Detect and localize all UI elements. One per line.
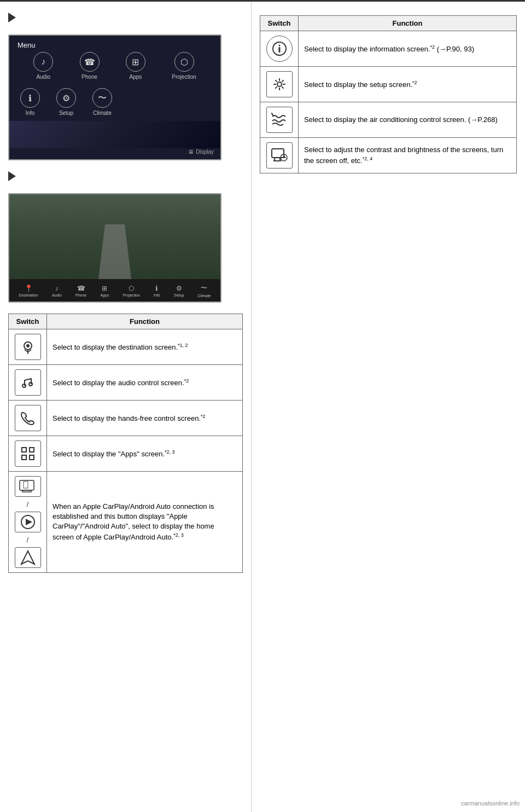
info-icon-svg bbox=[272, 41, 287, 56]
apps-superscript: *2, 3 bbox=[165, 449, 175, 454]
right-table-header-switch: Switch bbox=[260, 16, 299, 31]
setup-function-text: Select to display the setup screen.*2 bbox=[304, 80, 417, 89]
nav-item-destination: 📍 Destination bbox=[19, 285, 38, 297]
info-nav-icon: ℹ bbox=[155, 285, 158, 292]
svg-point-17 bbox=[277, 82, 282, 86]
svg-line-18 bbox=[272, 113, 273, 115]
nav-item-climate: 〜 Climate bbox=[198, 283, 211, 298]
nav-road-graphic bbox=[98, 224, 131, 279]
left-function-table: Switch Function bbox=[8, 314, 243, 573]
android-play-icon bbox=[20, 514, 36, 530]
svg-point-15 bbox=[278, 45, 280, 47]
carplay-screen-icon bbox=[19, 480, 37, 493]
apps-icon: ⊞ bbox=[126, 52, 145, 72]
info-function-text: Select to display the information screen… bbox=[304, 45, 474, 53]
destination-superscript: *1, 2 bbox=[178, 342, 188, 347]
menu-item-climate: 〜 Climate bbox=[92, 88, 112, 116]
phone-icon-box bbox=[15, 405, 41, 431]
info-icon-box bbox=[266, 36, 293, 62]
display-icon-svg bbox=[271, 148, 288, 163]
switch-cell-setup bbox=[260, 67, 299, 102]
nav-item-info: ℹ Info bbox=[154, 285, 160, 297]
menu-item-info: ℹ Info bbox=[20, 88, 40, 116]
maps-arrow-icon-box bbox=[15, 547, 41, 568]
svg-marker-13 bbox=[21, 551, 34, 564]
right-column: Switch Function bbox=[252, 2, 525, 812]
table-row: Select to adjust the contrast and bright… bbox=[260, 138, 517, 173]
svg-rect-7 bbox=[30, 455, 34, 460]
svg-rect-8 bbox=[20, 480, 34, 490]
svg-rect-5 bbox=[30, 448, 34, 452]
audio-nav-icon: ♪ bbox=[55, 285, 59, 292]
function-cell-setup: Select to display the setup screen.*2 bbox=[299, 67, 517, 102]
table-row: Select to display the "Apps" screen.*2, … bbox=[9, 436, 243, 472]
info-superscript: *2 bbox=[430, 44, 435, 49]
right-table-header-function: Function bbox=[299, 16, 517, 31]
svg-rect-10 bbox=[24, 482, 28, 488]
display-superscript: *2, 4 bbox=[363, 155, 373, 161]
left-column: Menu ♪ Audio ☎ Phone ⊞ Apps ⬡ Projection bbox=[0, 2, 252, 812]
switch-cell-apple-android: / / bbox=[9, 472, 47, 573]
table-row: Select to display the audio control scre… bbox=[9, 365, 243, 401]
destination-nav-icon: 📍 bbox=[25, 285, 33, 292]
menu-screen-label: Menu bbox=[18, 41, 36, 49]
phone-icon: ☎ bbox=[80, 52, 100, 72]
climate-function-text: Select to display the air conditioning c… bbox=[304, 115, 498, 124]
nav-item-phone: ☎ Phone bbox=[75, 285, 86, 297]
slash-divider-2: / bbox=[27, 535, 29, 545]
apps-nav-icon: ⊞ bbox=[102, 285, 107, 292]
function-cell-destination: Select to display the destination screen… bbox=[47, 329, 243, 365]
projection-icon: ⬡ bbox=[174, 52, 194, 72]
audio-icon-box bbox=[15, 369, 41, 396]
menu-item-phone: ☎ Phone bbox=[80, 52, 100, 80]
audio-function-text: Select to display the audio control scre… bbox=[52, 379, 189, 387]
climate-icon-menu: 〜 bbox=[92, 88, 112, 108]
audio-icon-svg bbox=[20, 375, 36, 390]
table-row: Select to display the hands-free control… bbox=[9, 401, 243, 436]
table-row: Select to display the destination screen… bbox=[9, 329, 243, 365]
apps-icon-svg bbox=[20, 446, 36, 461]
switch-cell-destination bbox=[9, 329, 47, 365]
phone-nav-icon: ☎ bbox=[77, 285, 85, 292]
climate-nav-icon: 〜 bbox=[201, 283, 207, 293]
switch-cell-info bbox=[260, 31, 299, 67]
switch-cell-display bbox=[260, 138, 299, 173]
menu-item-apps: ⊞ Apps bbox=[126, 52, 145, 80]
svg-point-1 bbox=[26, 344, 30, 347]
function-cell-display: Select to adjust the contrast and bright… bbox=[299, 138, 517, 173]
phone-function-text: Select to display the hands-free control… bbox=[52, 414, 206, 422]
svg-rect-9 bbox=[22, 490, 31, 492]
menu-wave-decoration bbox=[9, 121, 220, 148]
projection-nav-icon: ⬡ bbox=[129, 285, 134, 292]
apps-icon-box bbox=[15, 440, 41, 467]
table-row: Select to display the information screen… bbox=[260, 31, 517, 67]
watermark: carmanualsonline.info bbox=[461, 800, 520, 807]
android-play-icon-box bbox=[15, 512, 41, 532]
svg-rect-19 bbox=[272, 149, 284, 158]
svg-rect-4 bbox=[22, 448, 26, 452]
function-cell-audio: Select to display the audio control scre… bbox=[47, 365, 243, 401]
table-row: Select to display the setup screen.*2 bbox=[260, 67, 517, 102]
display-button-menu: 🖥 Display bbox=[188, 149, 214, 155]
nav-item-apps: ⊞ Apps bbox=[101, 285, 109, 297]
setup-icon-menu: ⚙ bbox=[56, 88, 76, 108]
left-table-header-function: Function bbox=[47, 314, 243, 329]
menu-item-setup: ⚙ Setup bbox=[56, 88, 76, 116]
carplay-screen-icon-box bbox=[15, 476, 41, 497]
svg-rect-6 bbox=[22, 455, 26, 460]
function-cell-info: Select to display the information screen… bbox=[299, 31, 517, 67]
setup-icon-box bbox=[266, 71, 293, 97]
destination-icon-box bbox=[15, 334, 41, 360]
setup-icon-svg bbox=[272, 77, 287, 92]
menu-icons-row1: ♪ Audio ☎ Phone ⊞ Apps ⬡ Projection bbox=[9, 36, 220, 85]
climate-icon-svg bbox=[271, 112, 288, 127]
nav-item-projection: ⬡ Projection bbox=[123, 285, 140, 297]
info-icon-menu: ℹ bbox=[20, 88, 40, 108]
section1-bullet bbox=[8, 13, 243, 29]
phone-icon-svg bbox=[21, 411, 35, 425]
apple-android-function-text: When an Apple CarPlay/Android Auto conne… bbox=[52, 502, 214, 541]
maps-arrow-icon bbox=[20, 550, 36, 565]
phone-superscript: *2 bbox=[201, 413, 206, 419]
menu-screen: Menu ♪ Audio ☎ Phone ⊞ Apps ⬡ Projection bbox=[8, 34, 221, 160]
nav-bottom-bar: 📍 Destination ♪ Audio ☎ Phone ⊞ Apps ⬡ bbox=[9, 279, 220, 302]
